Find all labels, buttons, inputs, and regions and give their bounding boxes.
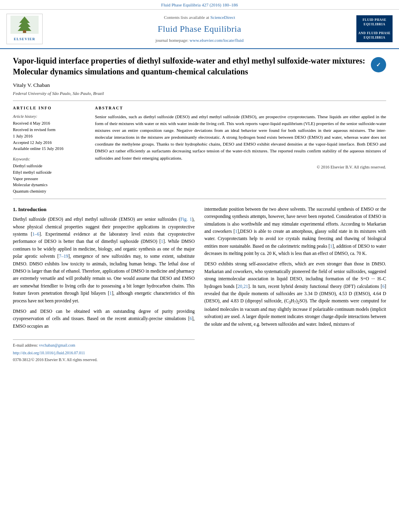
history-label: Article history: — [13, 113, 85, 119]
ref-6[interactable]: 6 — [190, 316, 192, 321]
article-title: Vapor-liquid interface properties of die… — [13, 55, 366, 77]
ref-1c[interactable]: 1 — [235, 229, 237, 234]
right-paragraph-1: intermediate position between the two ab… — [204, 205, 386, 257]
journal-header: ELSEVIER Contents lists available at Sci… — [0, 10, 399, 49]
journal-citation: Fluid Phase Equilibria 427 (2016) 180–18… — [0, 0, 399, 10]
received-date: Received 4 May 2016 — [13, 120, 85, 127]
right-paragraph-2: DESO exhibits strong self-associative ef… — [204, 260, 386, 328]
ref-1b[interactable]: 1 — [109, 291, 112, 296]
divider — [13, 101, 386, 101]
keyword-3: Vapor pressure — [13, 176, 85, 182]
doi-line[interactable]: http://dx.doi.org/10.1016/j.fluid.2016.0… — [13, 350, 195, 356]
abstract-section: ABSTRACT Senior sulfoxides, such as diet… — [95, 105, 386, 195]
article-info: ARTICLE INFO Article history: Received 4… — [13, 105, 85, 195]
contents-line: Contents lists available at ScienceDirec… — [47, 14, 352, 21]
email-footnote: E-mail address: vvchaban@gmail.com — [13, 342, 195, 348]
right-column: intermediate position between the two ab… — [204, 205, 386, 363]
keyword-2: Ethyl methyl sulfoxide — [13, 169, 85, 176]
contents-text: Contents lists available at — [164, 15, 210, 20]
keyword-1: Diethyl sulfoxide — [13, 163, 85, 169]
elsevier-logo: ELSEVIER — [6, 14, 43, 44]
journal-logo-right: FLUID PHASEEQUILIBRIAAND FLUID PHASEEQUI… — [356, 15, 393, 43]
ref-20-21[interactable]: 20,21 — [238, 284, 248, 289]
sciencedirect-link[interactable]: ScienceDirect — [210, 15, 235, 20]
svg-text:✓: ✓ — [376, 62, 381, 68]
article-title-section: Vapor-liquid interface properties of die… — [13, 55, 386, 77]
email-label: E-mail address: — [13, 343, 38, 347]
available-date: Available online 15 July 2016 — [13, 146, 85, 152]
article-body: Vapor-liquid interface properties of die… — [0, 49, 399, 371]
abstract-text: Senior sulfoxides, such as diethyl sulfo… — [95, 113, 386, 161]
keywords-label: Keywords: — [13, 156, 85, 162]
homepage-text: journal homepage: — [155, 38, 189, 43]
crossmark-circle[interactable]: ✓ — [371, 57, 386, 72]
accepted-date: Accepted 12 July 2016 — [13, 140, 85, 146]
crossmark-icon[interactable]: ✓ — [371, 57, 386, 72]
journal-center: Contents lists available at ScienceDirec… — [47, 14, 352, 44]
ref-1a[interactable]: 1 — [161, 239, 163, 244]
revised-label: Received in revised form — [13, 127, 85, 133]
citation-text: Fluid Phase Equilibria 427 (2016) 180–18… — [161, 2, 238, 7]
journal-title: Fluid Phase Equilibria — [47, 22, 352, 35]
main-content: 1. Introduction Diethyl sulfoxide (DESO)… — [13, 205, 386, 363]
issn-line: 0378-3812/© 2016 Elsevier B.V. All right… — [13, 357, 195, 363]
intro-paragraph-1: Diethyl sulfoxide (DESO) and ethyl methy… — [13, 216, 195, 304]
ref-6b[interactable]: 6 — [382, 284, 385, 289]
homepage-link[interactable]: www.elsevier.com/locate/fluid — [189, 38, 243, 43]
elsevier-label: ELSEVIER — [8, 37, 41, 42]
intro-paragraph-2: DMSO and DESO can be obtained with an ou… — [13, 308, 195, 330]
revised-date: 1 July 2016 — [13, 133, 85, 140]
author-affiliation: Federal University of São Paulo, São Pau… — [13, 90, 386, 97]
elsevier-tree-icon — [10, 16, 39, 34]
abstract-title: ABSTRACT — [95, 105, 386, 111]
author-name: Vitaly V. Chaban — [13, 81, 386, 89]
footnote-area: E-mail address: vvchaban@gmail.com http:… — [13, 339, 195, 363]
introduction-heading: 1. Introduction — [13, 205, 195, 214]
email-address[interactable]: vvchaban@gmail.com — [39, 343, 75, 347]
left-column: 1. Introduction Diethyl sulfoxide (DESO)… — [13, 205, 195, 363]
svg-rect-4 — [23, 30, 26, 33]
copyright-line: © 2016 Elsevier B.V. All rights reserved… — [95, 164, 386, 170]
article-info-abstract: ARTICLE INFO Article history: Received 4… — [13, 105, 386, 195]
ref-7-19[interactable]: 7–19 — [59, 254, 68, 259]
divider-2 — [13, 199, 386, 199]
ref-1d[interactable]: 1 — [330, 244, 333, 249]
ref-1-6[interactable]: 1–6 — [33, 232, 39, 236]
keyword-5: Quantum chemistry — [13, 188, 85, 195]
article-info-title: ARTICLE INFO — [13, 105, 85, 111]
keyword-4: Molecular dynamics — [13, 182, 85, 188]
journal-homepage: journal homepage: www.elsevier.com/locat… — [47, 37, 352, 44]
fig1-link[interactable]: Fig. 1 — [180, 217, 192, 222]
crossmark-svg: ✓ — [373, 59, 384, 70]
keywords-section: Keywords: Diethyl sulfoxide Ethyl methyl… — [13, 156, 85, 195]
